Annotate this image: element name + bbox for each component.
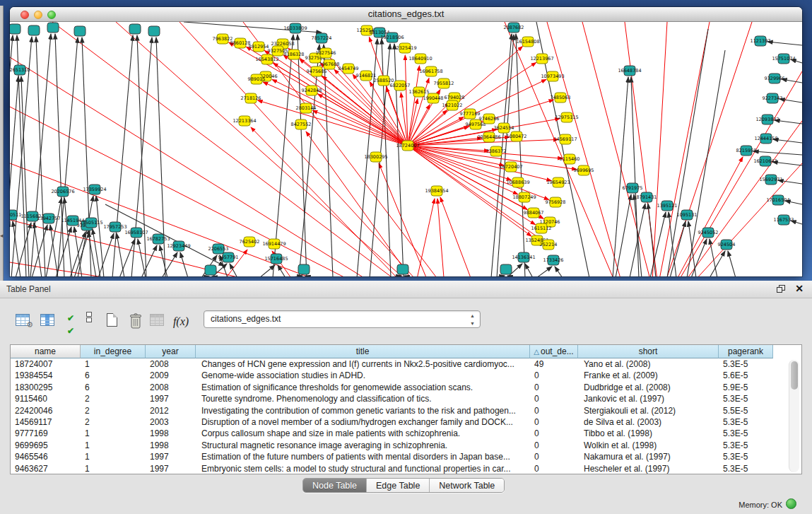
column-header-in-degree[interactable]: in_degree — [81, 345, 146, 358]
graph-node[interactable]: 16033809 — [283, 23, 307, 33]
graph-node[interactable]: 12213364 — [233, 116, 256, 126]
graph-node[interactable]: 9475685 — [307, 66, 327, 76]
graph-node[interactable]: 17359924 — [83, 185, 106, 194]
table-row[interactable]: 946362711997Embryonic stem cells: a mode… — [11, 463, 801, 474]
graph-node[interactable]: 1621022 — [442, 100, 463, 110]
graph-node[interactable]: 17957253 — [103, 222, 126, 232]
graph-node[interactable]: 9756928 — [546, 197, 566, 207]
graph-node[interactable]: 20206576 — [51, 187, 74, 197]
column-header-name[interactable]: name — [11, 345, 81, 358]
table-row[interactable]: 2242004622012Investigating the contribut… — [11, 405, 801, 416]
graph-node[interactable]: 17016504 — [766, 195, 789, 205]
graph-node[interactable]: 15716485 — [264, 254, 288, 264]
graph-node[interactable]: 6791975 — [623, 183, 643, 193]
graph-node[interactable]: 19218506 — [380, 33, 404, 42]
column-header-out-degree[interactable]: △out_de... — [530, 345, 578, 358]
network-table-selector[interactable]: citations_edges.txt ▲▼ — [204, 310, 481, 328]
graph-node[interactable]: 1990448 — [423, 93, 444, 103]
graph-node[interactable]: 12325419 — [393, 43, 416, 53]
table-body[interactable]: 1872400712008Changes of HCN gene express… — [11, 358, 801, 474]
graph-node[interactable]: 10688639 — [506, 177, 529, 187]
graph-node[interactable]: 12093832 — [755, 115, 779, 124]
graph-node[interactable]: 8860128 — [230, 38, 251, 48]
graph-node[interactable]: 1167533 — [774, 215, 794, 225]
graph-node[interactable]: 14569117 — [553, 134, 577, 144]
graph-node[interactable] — [28, 25, 40, 35]
graph-node[interactable]: 6822057 — [390, 81, 411, 90]
graph-node[interactable]: 16961758 — [419, 66, 442, 76]
graph-node[interactable]: 9884067 — [524, 208, 544, 218]
delete-table-button[interactable] — [126, 311, 146, 331]
graph-node[interactable]: 1095131 — [677, 210, 698, 220]
window-minimize-button[interactable] — [34, 11, 42, 19]
graph-node[interactable]: 16648784 — [618, 66, 641, 76]
graph-node[interactable]: 2087682 — [504, 23, 524, 33]
graph-node[interactable]: 1615112 — [531, 223, 552, 233]
graph-node[interactable]: 9245052 — [698, 228, 719, 238]
table-row[interactable]: 1456911722003Disruption of a novel membe… — [11, 416, 801, 428]
graph-node[interactable]: 9329966 — [765, 74, 785, 83]
graph-node[interactable] — [129, 24, 141, 34]
graph-node[interactable] — [298, 264, 310, 274]
scrollbar-thumb[interactable] — [791, 361, 798, 390]
graph-node[interactable] — [148, 26, 160, 36]
graph-node[interactable]: 924504 — [718, 240, 736, 250]
graph-node[interactable]: 1121397 — [751, 36, 771, 46]
graph-node[interactable]: 15692971 — [759, 175, 782, 185]
float-panel-icon[interactable] — [777, 285, 785, 293]
graph-node[interactable]: 15751074 — [772, 54, 795, 64]
graph-node[interactable]: 9227343 — [763, 93, 783, 103]
graph-node[interactable]: 8427552 — [291, 119, 312, 129]
graph-node[interactable]: 3624554 — [494, 123, 514, 133]
table-row[interactable]: 969969511998Structural magnetic resonanc… — [11, 440, 801, 451]
column-header-year[interactable]: year — [146, 345, 196, 358]
table-vertical-scrollbar[interactable] — [789, 360, 799, 472]
graph-node[interactable]: 8791431 — [637, 192, 657, 202]
graph-node[interactable]: 7625402 — [240, 237, 260, 247]
swap-rows-button[interactable] — [79, 311, 99, 331]
tab-edge-table[interactable]: Edge Table — [367, 479, 430, 492]
graph-node[interactable]: 9115460 — [560, 154, 580, 164]
graph-node[interactable]: 1733426 — [543, 255, 564, 265]
select-all-button[interactable]: ✔✔ — [61, 311, 81, 331]
graph-node[interactable]: 16782753 — [146, 234, 170, 244]
window-titlebar[interactable]: citations_edges.txt — [10, 7, 802, 22]
graph-node[interactable]: 9699695 — [574, 165, 594, 175]
graph-node[interactable]: 7386372 — [486, 146, 507, 156]
graph-node[interactable]: 16720407 — [499, 162, 522, 172]
graph-node[interactable]: 2718126 — [241, 93, 261, 103]
graph-node[interactable]: 252214 — [540, 240, 558, 250]
window-close-button[interactable] — [20, 11, 29, 19]
graph-node[interactable]: 10973493 — [541, 71, 564, 81]
graph-node[interactable] — [500, 264, 512, 274]
graph-node[interactable]: 12975115 — [555, 112, 578, 122]
graph-node[interactable]: 2651310 — [10, 65, 30, 75]
graph-node[interactable]: 18300295 — [364, 152, 387, 162]
graph-node[interactable]: 12923449 — [167, 241, 190, 251]
graph-node[interactable]: 1350511 — [10, 210, 21, 220]
graph-node[interactable]: 14136141 — [512, 252, 535, 262]
graph-node[interactable]: 16914479 — [262, 239, 286, 249]
graph-node[interactable]: 9457791 — [218, 252, 239, 262]
table-row[interactable]: 1872400712008Changes of HCN gene express… — [11, 358, 801, 370]
graph-node[interactable] — [397, 264, 408, 274]
table-row[interactable]: 1938455462009Genome-wide association stu… — [11, 370, 801, 381]
function-builder-button[interactable]: f(x) — [171, 311, 191, 331]
graph-node[interactable] — [10, 24, 20, 34]
graph-node[interactable]: 7955812 — [434, 78, 454, 88]
graph-node[interactable]: 8454749 — [339, 64, 359, 74]
select-column-button[interactable] — [37, 311, 57, 331]
network-canvas[interactable]: 7963822886012889129542322605893275051654… — [10, 22, 802, 276]
table-row[interactable]: 977716911998Corpus callosum shape and si… — [11, 428, 801, 439]
panel-collapse-arrow-icon[interactable]: ◂ — [0, 232, 4, 239]
memory-indicator-icon[interactable] — [786, 498, 796, 509]
tab-node-table[interactable]: Node Table — [303, 479, 367, 492]
window-zoom-button[interactable] — [47, 11, 56, 19]
table-row[interactable]: 1830029562008Estimation of significance … — [11, 382, 801, 393]
close-panel-icon[interactable]: ✕ — [795, 283, 804, 294]
graph-node[interactable] — [47, 23, 59, 33]
table-settings-button[interactable]: ⚙ — [13, 311, 33, 331]
column-header-title[interactable]: title — [196, 345, 530, 358]
graph-node[interactable]: 16543812 — [255, 54, 278, 64]
graph-node[interactable]: 18640910 — [408, 54, 432, 64]
